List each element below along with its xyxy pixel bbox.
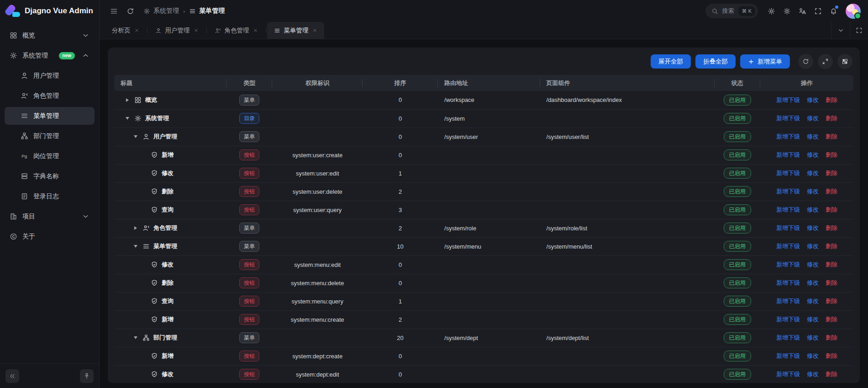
sidebar-item-menus[interactable]: 菜单管理 [5,107,95,125]
tab-analytics[interactable]: 分析页 [105,22,146,39]
edit-action[interactable]: 修改 [807,242,819,250]
tree-toggle[interactable] [132,336,139,339]
delete-action[interactable]: 删除 [826,187,837,196]
edit-action[interactable]: 修改 [807,133,819,141]
cell-permission: system:menu:delete [272,274,363,292]
edit-action[interactable]: 修改 [807,114,819,122]
sidebar-item-users[interactable]: 用户管理 [5,67,95,85]
collapse-all-button[interactable]: 折叠全部 [695,54,736,69]
maximize-button[interactable] [818,54,833,69]
edit-action[interactable]: 修改 [807,260,819,269]
add-child-action[interactable]: 新增下级 [776,260,800,269]
tab-close-icon[interactable] [253,28,258,33]
cell-status: 已启用 [715,128,760,146]
table-row: 查询按钮system:menu:query1已启用新增下级修改删除 [114,292,853,310]
add-child-action[interactable]: 新增下级 [776,370,800,378]
edit-action[interactable]: 修改 [807,224,819,232]
delete-action[interactable]: 删除 [826,370,837,378]
tab-menus[interactable]: 菜单管理 [267,22,324,39]
delete-action[interactable]: 删除 [826,96,837,104]
add-child-action[interactable]: 新增下级 [776,334,800,342]
language-button[interactable] [795,4,809,18]
page-refresh-button[interactable] [123,4,137,18]
edit-action[interactable]: 修改 [807,297,819,305]
edit-action[interactable]: 修改 [807,169,819,177]
breadcrumb-item[interactable]: 菜单管理 [189,7,225,15]
cell-permission [272,91,363,109]
add-child-action[interactable]: 新增下级 [776,133,800,141]
tab-list-dropdown-button[interactable] [831,22,850,39]
delete-action[interactable]: 删除 [826,169,837,177]
breadcrumb-item[interactable]: 系统管理 [143,7,179,15]
logo-row[interactable]: Djagno Vue Admin [0,0,99,22]
sidebar-item-project[interactable]: 项目 [5,207,95,225]
add-child-action[interactable]: 新增下级 [776,315,800,324]
delete-action[interactable]: 删除 [826,279,837,287]
tab-close-icon[interactable] [194,28,199,33]
fullscreen-button[interactable] [811,4,825,18]
sidebar-pin-button[interactable] [80,369,94,383]
tab-close-icon[interactable] [134,28,139,33]
sidebar-item-positions[interactable]: 岗位管理 [5,147,95,165]
sidebar-item-about[interactable]: 关于 [5,228,95,245]
tab-users[interactable]: 用户管理 [148,22,205,39]
edit-action[interactable]: 修改 [807,370,819,378]
tree-toggle[interactable] [124,98,131,102]
sidebar-item-overview[interactable]: 概览 [5,27,95,44]
delete-action[interactable]: 删除 [826,352,837,360]
tree-toggle[interactable] [132,245,139,248]
add-menu-button[interactable]: 新增菜单 [740,54,790,69]
add-child-action[interactable]: 新增下级 [776,297,800,305]
sidebar-item-dictionary[interactable]: 字典名称 [5,167,95,185]
edit-action[interactable]: 修改 [807,315,819,324]
edit-action[interactable]: 修改 [807,334,819,342]
delete-action[interactable]: 删除 [826,334,837,342]
add-child-action[interactable]: 新增下级 [776,169,800,177]
delete-action[interactable]: 删除 [826,224,837,232]
edit-action[interactable]: 修改 [807,352,819,360]
add-child-action[interactable]: 新增下级 [776,242,800,250]
column-settings-button[interactable] [837,54,852,69]
add-child-action[interactable]: 新增下级 [776,352,800,360]
settings-button[interactable] [764,4,778,18]
add-child-action[interactable]: 新增下级 [776,279,800,287]
sidebar-collapse-button[interactable] [5,369,19,383]
sidebar-item-roles[interactable]: 角色管理 [5,87,95,105]
add-child-action[interactable]: 新增下级 [776,96,800,104]
add-child-action[interactable]: 新增下级 [776,224,800,232]
edit-action[interactable]: 修改 [807,151,819,159]
sidebar-toggle-button[interactable] [107,4,121,18]
search-input[interactable]: 搜索 ⌘ K [705,4,758,18]
user-avatar[interactable] [846,4,861,19]
delete-action[interactable]: 删除 [826,114,837,122]
edit-action[interactable]: 修改 [807,279,819,287]
edit-action[interactable]: 修改 [807,96,819,104]
delete-action[interactable]: 删除 [826,315,837,324]
tab-roles[interactable]: 角色管理 [208,22,265,39]
sidebar-item-login-log[interactable]: 登录日志 [5,187,95,205]
sidebar-item-departments[interactable]: 部门管理 [5,127,95,145]
notifications-button[interactable] [826,4,840,18]
add-child-action[interactable]: 新增下级 [776,114,800,122]
delete-action[interactable]: 删除 [826,260,837,269]
content-fullscreen-button[interactable] [850,22,868,39]
delete-action[interactable]: 删除 [826,297,837,305]
add-child-action[interactable]: 新增下级 [776,187,800,196]
cell-type: 按钮 [226,164,272,182]
delete-action[interactable]: 删除 [826,151,837,159]
tree-toggle[interactable] [132,135,139,138]
delete-action[interactable]: 删除 [826,242,837,250]
delete-action[interactable]: 删除 [826,206,837,214]
edit-action[interactable]: 修改 [807,206,819,214]
tree-toggle[interactable] [124,117,131,120]
delete-action[interactable]: 删除 [826,133,837,141]
expand-all-button[interactable]: 展开全部 [651,54,691,69]
add-child-action[interactable]: 新增下级 [776,151,800,159]
add-child-action[interactable]: 新增下级 [776,206,800,214]
edit-action[interactable]: 修改 [807,187,819,196]
sidebar-item-system[interactable]: 系统管理new [5,47,95,64]
refresh-button[interactable] [798,54,813,69]
tree-toggle[interactable] [132,226,139,230]
tab-close-icon[interactable] [312,28,317,33]
theme-toggle-button[interactable] [780,4,794,18]
